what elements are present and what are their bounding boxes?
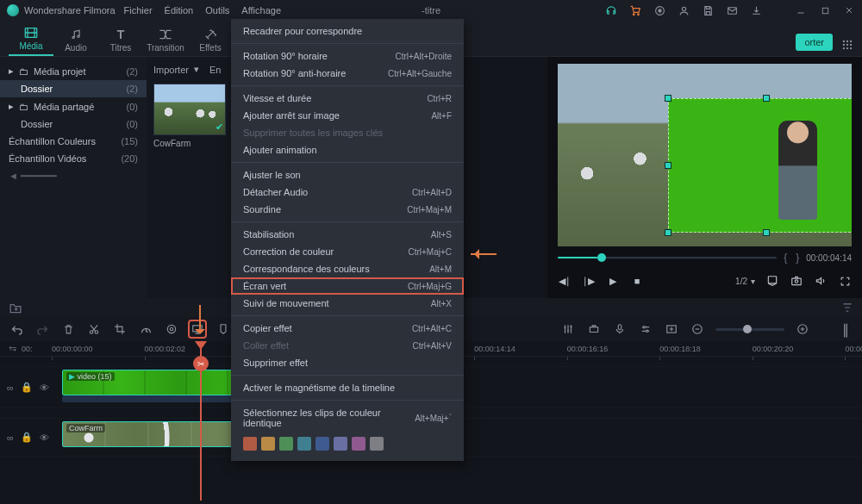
zoom-slider[interactable]	[715, 328, 784, 331]
color-icon[interactable]	[164, 321, 179, 337]
crop-icon[interactable]	[112, 321, 128, 337]
play-icon[interactable]: ▶	[606, 274, 620, 288]
mail-icon[interactable]	[726, 4, 738, 16]
swatch[interactable]	[370, 437, 384, 451]
visibility-icon[interactable]: 👁	[40, 432, 49, 443]
filter-icon[interactable]	[841, 302, 853, 314]
swatch[interactable]	[352, 437, 365, 451]
preview-canvas[interactable]	[558, 64, 852, 246]
ctx-item[interactable]: StabilisationAlt+S	[231, 226, 464, 243]
zoom-out-icon[interactable]	[690, 321, 705, 337]
swatch[interactable]	[279, 437, 293, 451]
tab-effets[interactable]: Effets	[188, 28, 233, 56]
tab-titres[interactable]: TTitres	[98, 28, 143, 56]
sidebar-item-project[interactable]: ▸🗀Média projet(2)	[0, 62, 147, 80]
timeline-clock-icon[interactable]: ⮀	[9, 345, 16, 353]
marker-icon[interactable]	[765, 274, 779, 288]
volume-icon[interactable]	[814, 274, 828, 288]
maximize-icon[interactable]	[819, 4, 831, 16]
link-icon[interactable]: ∞	[7, 383, 14, 393]
close-icon[interactable]	[843, 4, 855, 16]
zoom-fit-icon[interactable]	[664, 321, 679, 337]
mic-icon[interactable]	[612, 321, 628, 337]
export-button[interactable]: orter	[796, 34, 833, 51]
scissors-icon[interactable]: ✂	[193, 356, 209, 371]
import-dropdown[interactable]: Importer▾En	[153, 62, 226, 77]
page-indicator[interactable]: 1/2 ▾	[735, 277, 755, 286]
record-icon[interactable]	[653, 4, 665, 16]
save-icon[interactable]	[702, 4, 714, 16]
swatch[interactable]	[261, 437, 275, 451]
sidebar-item-colors[interactable]: Échantillon Couleurs(15)	[0, 133, 147, 150]
resize-handle[interactable]	[665, 229, 671, 236]
ctx-item[interactable]: Ajouter animation	[231, 141, 464, 159]
resize-handle[interactable]	[763, 229, 770, 236]
ctx-item[interactable]: Écran vertCtrl+Maj+G	[231, 277, 464, 295]
sidebar-item-dossier[interactable]: Dossier(2)	[0, 80, 147, 97]
ctx-item[interactable]: Vitesse et duréeCtrl+R	[231, 90, 464, 107]
fullscreen-icon[interactable]	[838, 274, 852, 288]
tab-transition[interactable]: Transition	[143, 28, 188, 56]
preview-scrubber[interactable]: { } 00:00:04:14	[558, 250, 852, 265]
undo-icon[interactable]	[9, 321, 24, 337]
audio-tool-icon[interactable]	[586, 321, 602, 337]
color-swatches[interactable]	[231, 432, 464, 457]
ctx-item[interactable]: Recadrer pour correspondre	[231, 22, 464, 40]
redo-icon[interactable]	[34, 321, 50, 337]
ctx-item[interactable]: SourdineCtrl+Maj+M	[231, 201, 464, 218]
ctx-item[interactable]: Ajuster le son	[231, 166, 464, 184]
sidebar-item-shared[interactable]: ▸🗀Média partagé(0)	[0, 97, 147, 115]
lock-icon[interactable]: 🔒	[21, 432, 33, 443]
swatch[interactable]	[334, 437, 347, 451]
settings-icon[interactable]	[638, 321, 653, 337]
account-icon[interactable]	[678, 4, 690, 16]
ctx-item[interactable]: Rotation 90° horaireCtrl+Alt+Droite	[231, 47, 464, 65]
resize-handle[interactable]	[665, 95, 671, 102]
tab-audio[interactable]: Audio	[53, 28, 98, 56]
cut-icon[interactable]	[86, 321, 102, 337]
minimize-icon[interactable]	[795, 4, 807, 16]
prev-frame-icon[interactable]: ◀∣	[558, 274, 572, 288]
ctx-item[interactable]: Correction de couleurCtrl+Maj+C	[231, 243, 464, 260]
menu-edit[interactable]: Édition	[165, 5, 194, 16]
menu-view[interactable]: Affichage	[241, 5, 281, 16]
menu-file[interactable]: Fichier	[124, 5, 153, 16]
resize-handle[interactable]	[665, 162, 671, 169]
folder-add-icon[interactable]	[9, 302, 22, 314]
stop-icon[interactable]: ■	[630, 274, 644, 288]
swatch[interactable]	[315, 437, 329, 451]
ctx-item[interactable]: Copier effetCtrl+Alt+C	[231, 320, 464, 337]
ctx-item[interactable]: Activer le magnétisme de la timeline	[231, 379, 464, 396]
menu-tools[interactable]: Outils	[205, 5, 229, 16]
cart-icon[interactable]	[629, 4, 641, 16]
ctx-item[interactable]: Correspondance des couleursAlt+M	[231, 260, 464, 277]
ctx-item[interactable]: Ajouter arrêt sur imageAlt+F	[231, 107, 464, 124]
snapshot-icon[interactable]	[790, 274, 803, 288]
speed-icon[interactable]	[138, 321, 153, 337]
link-icon[interactable]: ∞	[7, 432, 14, 443]
pause-icon[interactable]: ∥	[838, 321, 853, 337]
zoom-in-icon[interactable]	[795, 321, 810, 337]
swatch[interactable]	[297, 437, 311, 451]
download-icon[interactable]	[750, 4, 762, 16]
grid-icon[interactable]	[841, 39, 853, 51]
ctx-item[interactable]: Rotation 90° anti-horaireCtrl+Alt+Gauche	[231, 65, 464, 82]
ctx-item[interactable]: Suivi de mouvementAlt+X	[231, 295, 464, 312]
ctx-item[interactable]: Détacher AudioCtrl+Alt+D	[231, 184, 464, 201]
swatch[interactable]	[243, 437, 257, 451]
resize-handle[interactable]	[763, 95, 770, 102]
visibility-icon[interactable]: 👁	[40, 383, 49, 393]
greenscreen-overlay[interactable]	[668, 98, 852, 233]
ctx-item[interactable]: Supprimer effet	[231, 354, 464, 371]
ctx-item[interactable]: Sélectionnez les clips de couleur identi…	[231, 404, 464, 432]
clip-thumbnail[interactable]: ✔	[153, 84, 226, 135]
delete-icon[interactable]	[60, 321, 76, 337]
lock-icon[interactable]: 🔒	[21, 382, 33, 393]
sidebar-slider[interactable]: ◄ ━━━━━━	[0, 171, 147, 182]
mixer-icon[interactable]	[560, 321, 576, 337]
tab-media[interactable]: Média	[9, 26, 53, 56]
sidebar-item-videos[interactable]: Échantillon Vidéos(20)	[0, 150, 147, 167]
next-frame-icon[interactable]: ∣▶	[582, 274, 596, 288]
support-icon[interactable]	[605, 4, 617, 16]
sidebar-item-dossier2[interactable]: Dossier(0)	[0, 115, 147, 133]
